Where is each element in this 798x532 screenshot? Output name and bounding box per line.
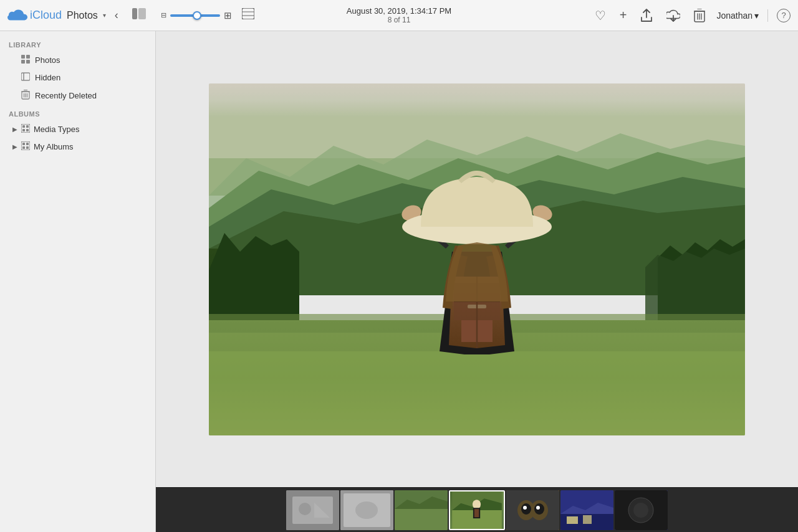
section-title: Photos bbox=[67, 10, 98, 21]
svg-rect-15 bbox=[21, 73, 30, 80]
sidebar-item-recently-deleted[interactable]: Recently Deleted bbox=[4, 87, 151, 105]
svg-point-61 bbox=[523, 506, 527, 510]
filmstrip-thumb-6[interactable] bbox=[560, 490, 613, 530]
svg-rect-29 bbox=[22, 143, 25, 145]
user-name-label: Jonathan bbox=[716, 11, 752, 21]
back-button[interactable]: ‹ bbox=[111, 6, 122, 24]
filmstrip-thumb-1[interactable] bbox=[286, 490, 339, 530]
user-menu[interactable]: Jonathan ▾ bbox=[716, 11, 759, 21]
photo-svg bbox=[209, 83, 745, 435]
my-albums-chevron: ▶ bbox=[12, 143, 17, 150]
svg-rect-28 bbox=[21, 141, 30, 150]
svg-rect-37 bbox=[209, 351, 745, 435]
toolbar-left: iCloud Photos ▾ ‹ ⊟ ⊞ bbox=[7, 6, 259, 25]
toolbar: iCloud Photos ▾ ‹ ⊟ ⊞ bbox=[0, 0, 798, 31]
recently-deleted-label: Recently Deleted bbox=[35, 91, 97, 100]
icloud-download-button[interactable] bbox=[664, 6, 683, 25]
icloud-text: iCloud bbox=[30, 9, 62, 22]
share-icon bbox=[640, 9, 653, 22]
share-button[interactable] bbox=[638, 6, 655, 25]
sidebar-item-my-albums[interactable]: ▶ My Albums bbox=[4, 138, 151, 155]
svg-rect-27 bbox=[26, 129, 29, 131]
photos-icon bbox=[21, 55, 30, 65]
filmstrip-thumb-4[interactable] bbox=[449, 490, 505, 530]
sidebar-item-photos[interactable]: Photos bbox=[4, 52, 151, 69]
svg-rect-14 bbox=[26, 60, 30, 64]
svg-rect-50 bbox=[395, 509, 448, 530]
help-button[interactable]: ? bbox=[777, 9, 791, 22]
filmstrip bbox=[156, 487, 798, 532]
svg-rect-55 bbox=[474, 509, 479, 517]
svg-rect-66 bbox=[583, 515, 592, 524]
add-button[interactable]: + bbox=[617, 6, 630, 25]
toolbar-nav: ‹ bbox=[111, 6, 122, 24]
albums-section-header: Albums bbox=[0, 105, 155, 120]
section-chevron[interactable]: ▾ bbox=[103, 12, 106, 19]
svg-rect-24 bbox=[22, 125, 25, 128]
svg-rect-26 bbox=[22, 129, 25, 131]
sidebar-toggle-button[interactable] bbox=[127, 6, 151, 25]
svg-rect-32 bbox=[26, 146, 29, 149]
svg-rect-13 bbox=[21, 60, 25, 64]
sidebar-toggle-icon bbox=[132, 8, 146, 19]
library-section-header: Library bbox=[0, 36, 155, 51]
recently-deleted-icon bbox=[21, 90, 30, 102]
view-options-icon bbox=[242, 8, 254, 19]
filmstrip-thumb-2[interactable] bbox=[340, 490, 393, 530]
svg-rect-11 bbox=[21, 55, 25, 59]
filmstrip-thumb-5[interactable] bbox=[506, 490, 559, 530]
svg-rect-30 bbox=[26, 143, 29, 145]
app-logo: iCloud bbox=[7, 9, 62, 22]
photo-main bbox=[156, 31, 798, 487]
photo-area bbox=[156, 31, 798, 532]
sidebar: Library Photos Hidden bbox=[0, 31, 156, 532]
filmstrip-thumb-3[interactable] bbox=[395, 490, 448, 530]
media-types-chevron: ▶ bbox=[12, 126, 17, 133]
delete-icon bbox=[694, 9, 705, 22]
svg-point-69 bbox=[633, 503, 648, 518]
photo-date: August 30, 2019, 1:34:17 PM bbox=[347, 6, 451, 16]
hidden-label: Hidden bbox=[35, 73, 60, 82]
svg-rect-31 bbox=[22, 146, 25, 149]
zoom-controls: ⊟ ⊞ bbox=[161, 10, 232, 21]
svg-point-45 bbox=[299, 503, 311, 515]
photos-label: Photos bbox=[35, 55, 60, 65]
user-chevron: ▾ bbox=[754, 11, 759, 21]
delete-button[interactable] bbox=[691, 6, 708, 25]
svg-rect-65 bbox=[567, 516, 578, 524]
zoom-min-icon: ⊟ bbox=[161, 11, 166, 19]
svg-rect-23 bbox=[21, 124, 30, 133]
photo-count: 8 of 11 bbox=[347, 16, 451, 24]
zoom-slider-thumb[interactable] bbox=[193, 11, 201, 20]
my-albums-icon bbox=[21, 141, 30, 152]
sidebar-item-media-types[interactable]: ▶ Media Types bbox=[4, 121, 151, 138]
media-types-label: Media Types bbox=[34, 125, 79, 134]
svg-rect-44 bbox=[292, 496, 333, 524]
favorite-button[interactable]: ♡ bbox=[592, 6, 608, 26]
icloud-icon bbox=[7, 9, 27, 22]
svg-rect-12 bbox=[26, 55, 30, 59]
hidden-icon bbox=[21, 72, 30, 83]
svg-rect-34 bbox=[209, 83, 745, 158]
zoom-max-icon: ⊞ bbox=[224, 10, 232, 21]
photo-display bbox=[209, 83, 745, 435]
svg-point-53 bbox=[473, 500, 481, 509]
main-area: Library Photos Hidden bbox=[0, 31, 798, 532]
zoom-slider[interactable] bbox=[170, 14, 220, 17]
media-types-icon bbox=[21, 124, 30, 135]
sidebar-item-hidden[interactable]: Hidden bbox=[4, 69, 151, 86]
svg-point-62 bbox=[536, 506, 540, 510]
toolbar-center: August 30, 2019, 1:34:17 PM 8 of 11 bbox=[347, 6, 451, 24]
toolbar-divider bbox=[767, 9, 768, 22]
svg-rect-2 bbox=[242, 8, 254, 19]
svg-rect-0 bbox=[132, 8, 137, 19]
my-albums-label: My Albums bbox=[34, 142, 74, 151]
icloud-download-icon bbox=[666, 9, 680, 22]
view-options-button[interactable] bbox=[237, 6, 259, 25]
svg-point-48 bbox=[355, 501, 378, 519]
toolbar-right: ♡ + Jonathan ▾ bbox=[592, 6, 791, 26]
svg-rect-25 bbox=[26, 125, 29, 128]
svg-rect-1 bbox=[138, 8, 146, 19]
filmstrip-thumb-7[interactable] bbox=[615, 490, 668, 530]
